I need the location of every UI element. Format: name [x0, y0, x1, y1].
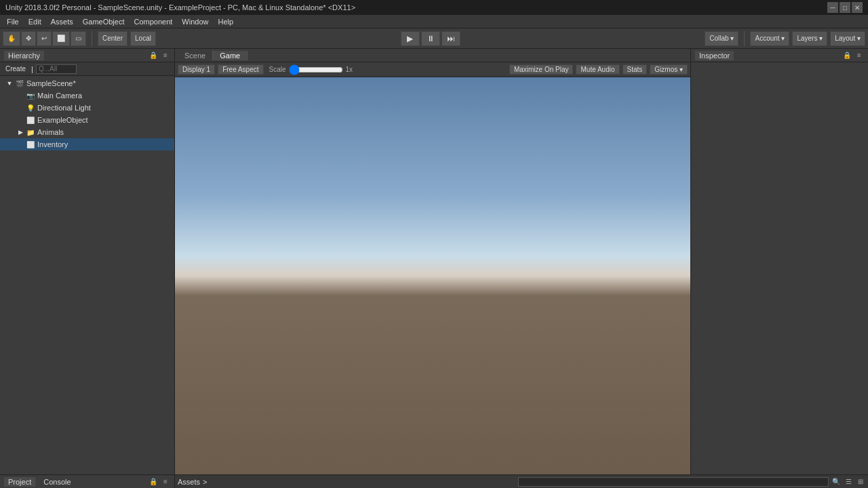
view-tabs: Scene Game	[175, 49, 690, 62]
tool-move[interactable]: ✥	[21, 31, 36, 46]
minimize-button[interactable]: ─	[827, 2, 838, 13]
menu-edit[interactable]: Edit	[24, 17, 45, 26]
toolbar-right: Collab ▾ Account ▾ Layers ▾ Layout ▾	[705, 31, 865, 46]
game-tab[interactable]: Game	[213, 51, 248, 60]
hierarchy-search-input[interactable]	[36, 64, 77, 74]
account-button[interactable]: Account ▾	[750, 31, 789, 46]
main-layout: Hierarchy 🔒 ≡ Create | ▼ 🎬 SampleScene* …	[0, 49, 868, 474]
hierarchy-search-label: |	[31, 65, 33, 73]
hierarchy-tab[interactable]: Hierarchy	[4, 51, 44, 60]
hierarchy-item-maincamera[interactable]: ▶ 📷 Main Camera	[0, 89, 174, 102]
pivot-local-button[interactable]: Local	[130, 31, 156, 46]
pause-button[interactable]: ⏸	[421, 31, 440, 46]
tool-rotate[interactable]: ↩	[37, 31, 52, 46]
breadcrumb-separator: >	[203, 478, 207, 486]
mute-audio-button[interactable]: Mute Audio	[576, 64, 619, 75]
gizmos-button[interactable]: Gizmos ▾	[650, 64, 688, 75]
hierarchy-item-inventory[interactable]: ▶ ⬜ Inventory	[0, 138, 174, 150]
menu-file[interactable]: File	[3, 17, 23, 26]
hierarchy-create-bar: Create |	[0, 62, 174, 76]
scene-tab[interactable]: Scene	[178, 51, 213, 60]
inspector-menu-icon[interactable]: ≡	[854, 51, 864, 60]
project-lock-icon[interactable]: 🔒	[149, 477, 158, 487]
hierarchy-item-samplescene[interactable]: ▼ 🎬 SampleScene*	[0, 77, 174, 89]
assets-search-input[interactable]	[518, 477, 829, 487]
scale-label: Scale	[269, 66, 286, 73]
maximize-button[interactable]: □	[840, 2, 850, 13]
filter-icon[interactable]: ☰	[844, 477, 853, 487]
display-selector[interactable]: Display 1	[178, 64, 215, 75]
center-panel: Scene Game Display 1 Free Aspect Scale 1…	[175, 49, 690, 474]
assets-toolbar: Assets > 🔍 ☰ ⊞	[175, 475, 868, 488]
scale-value: 1x	[346, 66, 353, 73]
maximize-on-play-button[interactable]: Maximize On Play	[509, 64, 574, 75]
transform-tools: ✋ ✥ ↩ ⬜ ▭	[3, 31, 86, 46]
game-toolbar: Display 1 Free Aspect Scale 1x Maximize …	[175, 62, 690, 77]
inspector-lock-icon[interactable]: 🔒	[842, 51, 852, 60]
view-icon[interactable]: ⊞	[856, 477, 865, 487]
tool-hand[interactable]: ✋	[3, 31, 20, 46]
game-view	[175, 77, 690, 474]
arrow-icon: ▼	[5, 79, 14, 87]
hierarchy-header: Hierarchy 🔒 ≡	[0, 49, 174, 62]
hierarchy-item-animals[interactable]: ▶ 📁 Animals	[0, 126, 174, 138]
arrow-icon: ▶	[16, 92, 24, 100]
play-button[interactable]: ▶	[401, 31, 420, 46]
cube-icon: ⬜	[26, 115, 35, 125]
menu-help[interactable]: Help	[214, 17, 237, 26]
layers-button[interactable]: Layers ▾	[792, 31, 827, 46]
project-header: Project Console 🔒 ≡	[0, 475, 174, 488]
separator-2	[744, 31, 745, 46]
pivot-center-button[interactable]: Center	[98, 31, 127, 46]
bottom-layout: Project Console 🔒 ≡ Create ▾ ▼ ⭐ Favorit…	[0, 474, 868, 488]
collab-button[interactable]: Collab ▾	[705, 31, 738, 46]
breadcrumb-assets[interactable]: Assets	[178, 478, 200, 486]
inspector-panel: Inspector 🔒 ≡	[690, 49, 868, 474]
search-icon[interactable]: 🔍	[831, 477, 841, 487]
hierarchy-label: Main Camera	[37, 92, 82, 100]
hierarchy-menu-icon[interactable]: ≡	[161, 51, 170, 60]
project-menu-icon[interactable]: ≡	[161, 477, 170, 487]
scale-slider-container: 1x	[289, 66, 353, 73]
hierarchy-content: ▼ 🎬 SampleScene* ▶ 📷 Main Camera ▶ 💡 Dir…	[0, 76, 174, 474]
stats-button[interactable]: Stats	[623, 64, 648, 75]
hierarchy-create-button[interactable]: Create	[3, 64, 28, 73]
play-controls: ▶ ⏸ ⏭	[159, 31, 702, 46]
title-bar-text: Unity 2018.3.0f2 Personal - SampleScene.…	[5, 3, 827, 12]
close-button[interactable]: ✕	[852, 2, 863, 13]
assets-panel: Assets > 🔍 ☰ ⊞ 📁 Scenes 📁 Scripts	[175, 475, 868, 488]
hierarchy-panel-icons: 🔒 ≡	[149, 51, 170, 60]
light-icon: 💡	[26, 103, 35, 113]
hierarchy-label: Animals	[37, 128, 64, 136]
separator-1	[92, 31, 92, 46]
cube-icon: ⬜	[26, 140, 35, 149]
menu-window[interactable]: Window	[178, 17, 212, 26]
project-icons: 🔒 ≡	[149, 477, 170, 487]
arrow-icon: ▶	[16, 104, 24, 112]
aspect-selector[interactable]: Free Aspect	[218, 64, 263, 75]
folder-icon: 📁	[26, 127, 35, 137]
inspector-tab[interactable]: Inspector	[695, 51, 734, 60]
arrow-icon: ▶	[16, 128, 24, 136]
menu-assets[interactable]: Assets	[47, 17, 77, 26]
assets-breadcrumb: Assets >	[178, 478, 207, 486]
scale-slider[interactable]	[289, 66, 343, 73]
scene-icon: 🎬	[15, 79, 24, 88]
menu-component[interactable]: Component	[130, 17, 176, 26]
title-bar: Unity 2018.3.0f2 Personal - SampleScene.…	[0, 0, 868, 15]
layout-button[interactable]: Layout ▾	[830, 31, 865, 46]
hierarchy-item-exampleobject[interactable]: ▶ ⬜ ExampleObject	[0, 114, 174, 126]
project-panel: Project Console 🔒 ≡ Create ▾ ▼ ⭐ Favorit…	[0, 475, 175, 488]
hierarchy-panel: Hierarchy 🔒 ≡ Create | ▼ 🎬 SampleScene* …	[0, 49, 175, 474]
console-tab[interactable]: Console	[39, 477, 75, 487]
tool-rect[interactable]: ▭	[71, 31, 86, 46]
step-button[interactable]: ⏭	[441, 31, 460, 46]
inspector-content	[691, 62, 868, 474]
hierarchy-item-directionallight[interactable]: ▶ 💡 Directional Light	[0, 102, 174, 114]
project-tab[interactable]: Project	[4, 477, 35, 487]
hierarchy-label: Inventory	[37, 140, 68, 148]
tool-scale[interactable]: ⬜	[52, 31, 70, 46]
arrow-icon: ▶	[16, 116, 24, 124]
menu-gameobject[interactable]: GameObject	[79, 17, 129, 26]
hierarchy-lock-icon[interactable]: 🔒	[149, 51, 158, 60]
